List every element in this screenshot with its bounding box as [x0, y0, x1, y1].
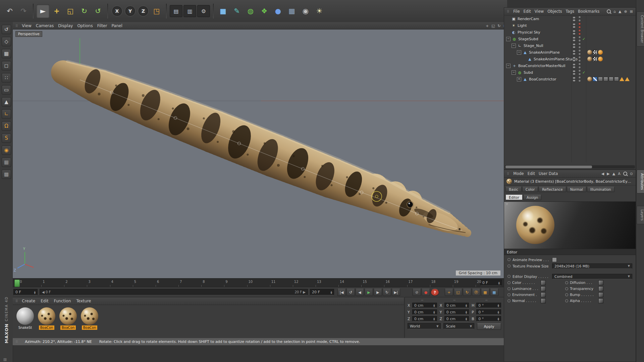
up-icon[interactable]: ▲: [619, 9, 621, 14]
redo-icon[interactable]: ↷: [17, 4, 30, 18]
tab-reflectance[interactable]: Reflectance: [539, 187, 566, 192]
param-circle-icon[interactable]: [565, 293, 568, 296]
param-circle-icon[interactable]: [507, 275, 511, 278]
camera-move-icon[interactable]: +: [486, 24, 489, 28]
add-cube-icon[interactable]: ■: [217, 4, 229, 18]
gray-tag[interactable]: [614, 77, 619, 81]
channel-checkbox[interactable]: [598, 292, 603, 297]
layer-toggle[interactable]: [573, 30, 576, 35]
workplane-snap-icon[interactable]: ▩: [2, 170, 11, 179]
panel-drag-handle[interactable]: ⠿: [15, 340, 17, 344]
om-menu-objects[interactable]: Objects: [547, 9, 562, 14]
go-to-start-button[interactable]: |◀: [337, 289, 346, 296]
collapse-icon[interactable]: −: [506, 37, 511, 41]
scale-tool-icon[interactable]: ◱: [64, 4, 77, 18]
search-icon[interactable]: [607, 9, 611, 13]
tab-color[interactable]: Color: [522, 187, 538, 192]
material-preview[interactable]: ▼: [504, 201, 636, 249]
material-menu-create[interactable]: Create: [22, 299, 35, 303]
visibility-dots[interactable]: [578, 49, 581, 55]
render-view-icon[interactable]: ▤: [170, 5, 182, 17]
checker-tag[interactable]: [593, 50, 597, 55]
record-parameter-button[interactable]: Ⓟ: [472, 289, 480, 296]
layer-toggle[interactable]: [573, 63, 576, 68]
record-pla-button[interactable]: ▦: [481, 289, 489, 296]
visibility-dots[interactable]: [578, 76, 581, 82]
layer-toggle[interactable]: [573, 43, 576, 48]
orange-dot-tag[interactable]: [598, 57, 603, 61]
material-thumbnail[interactable]: SnakeSt: [15, 307, 35, 330]
add-icon[interactable]: ⊕: [624, 9, 627, 14]
collapse-icon[interactable]: −: [512, 44, 516, 48]
keyframe-selection-button[interactable]: ▦: [490, 289, 498, 296]
play-button[interactable]: ▶: [365, 289, 373, 296]
param-circle-icon[interactable]: [565, 281, 568, 284]
array-generator-icon[interactable]: ❖: [258, 4, 271, 18]
floor-icon[interactable]: ▦: [285, 4, 298, 18]
texture-tag[interactable]: [587, 50, 592, 55]
timeline-ruler[interactable]: 0 F ▲▼ 01234567891011121314151617181920: [13, 278, 504, 287]
forward-icon[interactable]: ▶: [607, 172, 609, 176]
channel-checkbox[interactable]: [598, 298, 603, 303]
attr-menu-edit[interactable]: Edit: [528, 171, 535, 176]
tab-basic[interactable]: Basic: [505, 187, 522, 192]
object-row[interactable]: −◍Subd✓: [504, 69, 636, 76]
current-frame-field[interactable]: 0 F ▲▼: [480, 280, 502, 286]
position-y-field[interactable]: 0 cm▲▼: [412, 309, 437, 315]
gray-tag[interactable]: [598, 77, 603, 81]
model-mode-icon[interactable]: ◇: [2, 37, 11, 46]
object-row[interactable]: −∟Stage_Null: [504, 42, 636, 49]
coordinate-mode-dropdown[interactable]: Scale▼: [443, 323, 474, 329]
previous-key-button[interactable]: ↺: [346, 289, 355, 296]
object-row[interactable]: ▲SnakeAnimPlane:Studio: [504, 56, 636, 62]
visibility-dots[interactable]: [578, 22, 581, 28]
back-icon[interactable]: ◀: [601, 172, 604, 176]
layer-toggle[interactable]: [573, 77, 576, 82]
param-circle-icon[interactable]: [507, 264, 511, 267]
tab-illumination[interactable]: Illumination: [587, 187, 614, 192]
auto-mode-icon[interactable]: A: [618, 172, 621, 176]
size-y-field[interactable]: 0 cm▲▼: [444, 309, 469, 315]
rotation-h-field[interactable]: 0 °▲▼: [476, 303, 501, 308]
channel-checkbox[interactable]: [541, 298, 546, 303]
panel-drag-handle[interactable]: ⠿: [507, 10, 509, 13]
object-row[interactable]: −+BoaConstrictorMasterNull: [504, 62, 636, 69]
record-rotation-button[interactable]: ↻: [463, 289, 471, 296]
playhead[interactable]: [14, 280, 20, 287]
param-circle-icon[interactable]: [565, 299, 568, 302]
apply-button[interactable]: Apply: [477, 323, 501, 330]
record-active-objects-button[interactable]: ⊘: [413, 289, 421, 296]
layer-toggle[interactable]: [573, 50, 576, 55]
texture-tag[interactable]: [587, 77, 592, 81]
collapse-icon[interactable]: −: [506, 64, 511, 68]
attr-menu-mode[interactable]: Mode: [513, 171, 524, 176]
viewport-menu-cameras[interactable]: Cameras: [36, 23, 54, 28]
points-mode-icon[interactable]: ∷: [2, 73, 11, 82]
edge-tab-attributes[interactable]: Attributes: [637, 170, 644, 193]
record-position-button[interactable]: +: [445, 289, 453, 296]
channel-checkbox[interactable]: [598, 286, 603, 291]
collapse-triangle-icon[interactable]: ▼: [506, 202, 508, 206]
tab-editor[interactable]: Editor: [505, 195, 523, 200]
metaball-icon[interactable]: ●: [272, 4, 284, 18]
snap-icon[interactable]: Ω: [2, 121, 11, 131]
go-to-end-button[interactable]: ▶|: [392, 289, 400, 296]
z-axis-lock-icon[interactable]: Z: [138, 6, 149, 16]
om-menu-tags[interactable]: Tags: [566, 9, 574, 14]
viewport-menu-options[interactable]: Options: [77, 23, 93, 28]
lock-icon[interactable]: ⊙: [630, 172, 633, 176]
workplane-mode-icon[interactable]: ◻: [2, 61, 11, 70]
rotation-p-field[interactable]: 0 °▲▼: [476, 309, 501, 315]
range-start-field[interactable]: 0 F ▲▼: [13, 289, 38, 295]
search-icon[interactable]: [623, 172, 627, 176]
position-z-field[interactable]: 0 cm▲▼: [412, 316, 437, 321]
material-thumbnail[interactable]: BoaCon: [58, 307, 78, 330]
material-sphere[interactable]: [16, 307, 34, 325]
edge-tab-layers[interactable]: Layers: [637, 206, 644, 224]
value-stepper[interactable]: ▲▼: [496, 310, 499, 314]
visibility-dots[interactable]: [578, 63, 581, 69]
value-stepper[interactable]: ▲▼: [432, 310, 435, 314]
previous-frame-button[interactable]: ◀: [356, 289, 364, 296]
preview-range-slider[interactable]: ◀ 0 F 20 F ▶: [40, 289, 308, 295]
material-menu-function[interactable]: Function: [54, 299, 71, 303]
